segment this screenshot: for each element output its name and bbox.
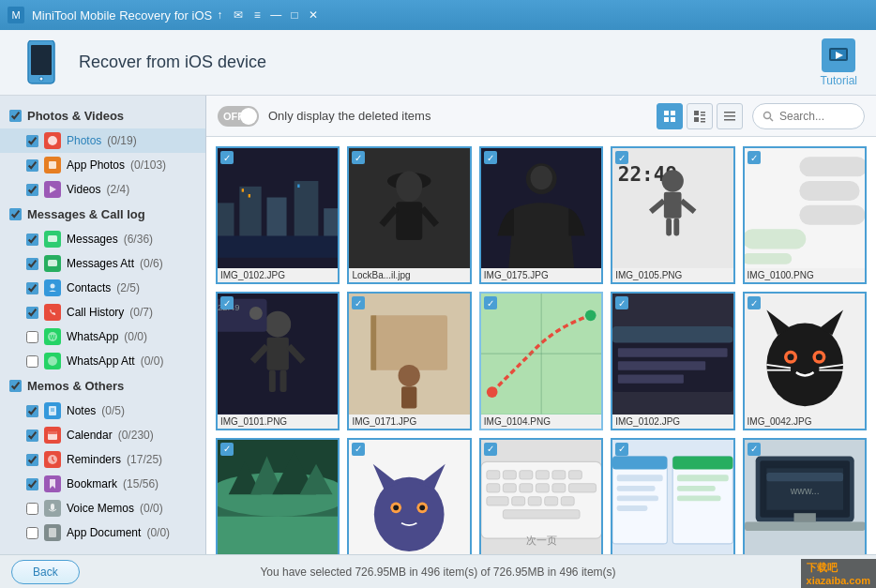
photos-item-checkbox[interactable] [26,135,38,147]
tutorial-button[interactable]: Tutorial [820,38,857,87]
photo-thumb-14: ✓ [612,440,733,554]
sidebar-item-call-history[interactable]: Call History (0/7) [0,300,205,324]
photo-item-12[interactable]: ✓ [347,438,471,554]
whatsapp-att-count: (0/0) [141,354,164,368]
menu-button[interactable]: ≡ [249,8,264,23]
photo-item-13[interactable]: ✓ [479,438,603,554]
contacts-checkbox[interactable] [26,282,38,294]
svg-rect-168 [745,521,865,530]
app-photos-checkbox[interactable] [26,159,38,172]
memos-category-label[interactable]: Memos & Others [9,379,124,393]
notes-label: Notes [67,404,96,417]
messages-checkbox[interactable] [26,234,38,246]
photo-item-5[interactable]: ✓ IMG_0100.PNG [743,146,867,284]
search-icon [763,111,774,122]
photo-item-10[interactable]: ✓ [743,292,867,430]
svg-point-42 [764,112,771,118]
sidebar-item-whatsapp-att[interactable]: WhatsApp Att (0/0) [0,349,205,373]
photo-item-3[interactable]: ✓ IMG_0175.JPG [479,146,603,284]
sidebar-item-videos[interactable]: Videos (2/4) [0,177,205,202]
svg-rect-74 [799,205,865,225]
svg-point-5 [40,77,43,80]
sidebar-item-messages[interactable]: Messages (6/36) [0,227,205,251]
calendar-checkbox[interactable] [26,430,38,442]
list-view-button[interactable] [717,103,743,129]
toggle-switch[interactable]: OFF [218,106,259,127]
status-bar: Back You have selected 726.95MB in 496 i… [0,554,876,588]
photo-item-7[interactable]: ✓ IMG_0171.JPG [347,292,471,430]
svg-rect-146 [487,497,508,505]
photo-item-4[interactable]: ✓ 22:49 IMG_0105.PNG [611,146,734,284]
voice-memos-checkbox[interactable] [26,503,38,515]
sidebar-item-app-photos[interactable]: App Photos (0/103) [0,153,205,177]
photos-videos-checkbox[interactable] [9,110,22,122]
photo-label-4: IMG_0105.PNG [612,268,733,282]
grid-view-button[interactable] [657,103,683,129]
app-document-checkbox[interactable] [26,527,38,539]
messages-att-icon [44,255,61,272]
photo-item-15[interactable]: ✓ www... [743,438,867,554]
svg-rect-147 [511,497,524,505]
sidebar-item-bookmark[interactable]: Bookmark (15/56) [0,472,205,496]
search-box[interactable] [752,103,865,129]
photos-videos-category-label[interactable]: Photos & Videos [9,109,124,123]
svg-text:M: M [11,9,20,21]
photo-item-2[interactable]: ✓ LockBa...il.jpg [347,146,471,284]
svg-rect-158 [617,475,663,481]
svg-rect-33 [694,111,699,115]
sidebar-category-messages: Messages & Call log [0,202,205,227]
close-button[interactable]: ✕ [306,8,321,23]
messages-att-checkbox[interactable] [26,258,38,270]
whatsapp-att-label: WhatsApp Att [67,354,135,368]
photo-item-11[interactable]: ✓ [216,438,340,554]
minimize-button[interactable]: — [268,8,283,23]
svg-rect-28 [49,528,56,537]
back-button[interactable]: Back [11,560,80,584]
svg-rect-37 [701,118,705,120]
header: Recover from iOS device Tutorial [0,30,876,96]
svg-rect-145 [568,484,596,492]
whatsapp-att-checkbox[interactable] [26,355,38,368]
messages-category-label[interactable]: Messages & Call log [9,207,145,221]
maximize-button[interactable]: □ [287,8,302,23]
photo-item-14[interactable]: ✓ [611,438,734,554]
svg-rect-40 [724,115,735,117]
search-input[interactable] [779,110,854,123]
messages-category-checkbox[interactable] [9,208,22,220]
detail-view-button[interactable] [687,103,713,129]
bookmark-checkbox[interactable] [26,478,38,490]
sidebar-item-notes[interactable]: Notes (0/5) [0,399,205,423]
reminders-checkbox[interactable] [26,454,38,466]
whatsapp-checkbox[interactable] [26,331,38,343]
photo-item-1[interactable]: ✓ I [216,146,340,284]
toggle-track[interactable]: OFF [218,106,259,127]
sidebar-item-photos[interactable]: Photos (0/19) [0,128,205,153]
svg-rect-164 [677,495,721,501]
notes-checkbox[interactable] [26,405,38,417]
svg-rect-83 [280,370,287,392]
svg-rect-123 [218,517,338,554]
sidebar-item-messages-att[interactable]: Messages Att (0/6) [0,251,205,276]
sidebar-item-voice-memos[interactable]: Voice Memos (0/0) [0,496,205,520]
email-button[interactable]: ✉ [231,8,246,23]
sidebar-item-whatsapp[interactable]: W WhatsApp (0/0) [0,324,205,349]
memos-category-checkbox[interactable] [9,380,22,392]
svg-rect-102 [618,362,705,370]
sidebar-item-calendar[interactable]: Calendar (0/230) [0,423,205,447]
photo-item-6[interactable]: ✓ 22:49 [216,292,340,430]
svg-rect-144 [552,484,566,492]
sidebar-item-contacts[interactable]: Contacts (2/5) [0,276,205,300]
upload-button[interactable]: ↑ [212,8,227,23]
call-history-checkbox[interactable] [26,307,38,319]
photos-count: (0/19) [107,134,136,147]
sidebar-item-app-document[interactable]: App Document (0/0) [0,520,205,545]
sidebar-item-reminders[interactable]: Reminders (17/25) [0,447,205,472]
photo-thumb-6: ✓ 22:49 [218,294,338,414]
svg-rect-27 [51,504,54,510]
svg-rect-10 [49,161,56,169]
photo-item-8[interactable]: ✓ IMG_0104.PNG [479,292,603,430]
videos-checkbox[interactable] [26,184,38,196]
photo-item-9[interactable]: ✓ IMG_0102.JPG [611,292,734,430]
videos-icon [44,181,61,198]
header-title: Recover from iOS device [79,53,820,72]
